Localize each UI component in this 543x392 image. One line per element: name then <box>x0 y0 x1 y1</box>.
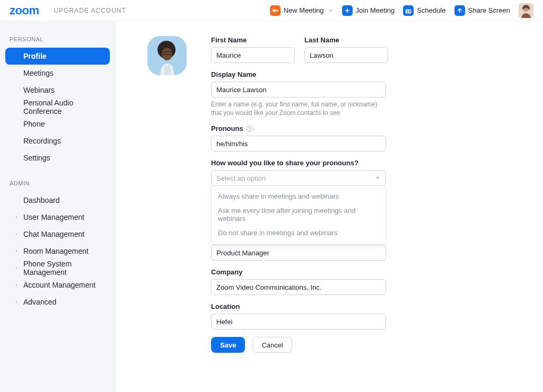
dropdown-option[interactable]: Always share in meetings and webinars <box>212 189 386 203</box>
new-meeting-label: New Meeting <box>284 6 324 14</box>
share-screen-label: Share Screen <box>468 6 511 14</box>
sidebar-item-label: Phone System Management <box>23 260 101 277</box>
first-name-label: First Name <box>211 36 295 44</box>
new-meeting-button[interactable]: New Meeting <box>270 5 334 16</box>
sidebar-item-label: Room Management <box>23 247 89 255</box>
sidebar-item-label: Meetings <box>23 69 54 77</box>
display-name-label: Display Name <box>211 70 508 78</box>
share-icon <box>454 5 465 16</box>
sidebar-item-user-management[interactable]: User Management <box>5 209 110 226</box>
avatar[interactable] <box>519 3 533 18</box>
pronouns-input[interactable] <box>211 136 386 152</box>
sidebar-header-admin: ADMIN <box>0 175 115 192</box>
first-name-input[interactable] <box>211 47 295 63</box>
sidebar-header-personal: PERSONAL <box>0 31 115 48</box>
chevron-right-icon <box>14 231 19 237</box>
dropdown-option[interactable]: Ask me every time after joining meetings… <box>212 203 386 226</box>
display-name-input[interactable] <box>211 82 386 97</box>
sidebar-item-phone[interactable]: Phone <box>5 115 110 132</box>
sidebar: PERSONAL Profile Meetings Webinars Perso… <box>0 21 116 392</box>
svg-rect-0 <box>273 9 276 12</box>
chevron-right-icon <box>14 265 19 271</box>
join-meeting-button[interactable]: Join Meeting <box>342 5 395 16</box>
save-button[interactable]: Save <box>211 337 245 353</box>
video-icon <box>270 5 281 16</box>
calendar-day: 19 <box>403 9 414 14</box>
sidebar-item-label: Recordings <box>23 137 61 145</box>
chevron-down-icon <box>328 8 334 13</box>
display-name-hint: Enter a name (e.g. your first name, full… <box>211 100 381 117</box>
upgrade-account-link[interactable]: UPGRADE ACCOUNT <box>54 7 126 14</box>
sidebar-item-label: Personal Audio Conference <box>23 99 101 115</box>
chevron-down-icon <box>375 174 381 182</box>
sidebar-item-advanced[interactable]: Advanced <box>5 293 110 310</box>
pronouns-label: Pronouns <box>211 124 243 132</box>
chevron-right-icon <box>14 282 19 288</box>
sidebar-item-phone-system-management[interactable]: Phone System Management <box>5 260 110 277</box>
sidebar-item-label: Profile <box>23 52 47 60</box>
job-title-input[interactable] <box>211 245 386 261</box>
share-pronouns-placeholder: Select an option <box>216 174 266 182</box>
chevron-right-icon <box>14 215 19 220</box>
share-pronouns-select[interactable]: Select an option <box>211 170 386 186</box>
cancel-button[interactable]: Cancel <box>252 337 292 353</box>
main-content: First Name Last Name Display Name Enter … <box>116 21 543 392</box>
profile-avatar[interactable] <box>147 36 187 75</box>
schedule-label: Schedule <box>417 6 445 14</box>
help-icon[interactable]: ? <box>247 125 253 132</box>
sidebar-item-recordings[interactable]: Recordings <box>5 132 110 149</box>
sidebar-item-label: Phone <box>23 120 45 128</box>
sidebar-item-webinars[interactable]: Webinars <box>5 82 110 99</box>
calendar-icon: 19 <box>403 5 414 16</box>
sidebar-item-account-management[interactable]: Account Management <box>5 277 110 293</box>
company-label: Company <box>211 268 508 276</box>
sidebar-item-personal-audio[interactable]: Personal Audio Conference <box>5 99 110 115</box>
last-name-input[interactable] <box>304 47 388 63</box>
sidebar-item-room-management[interactable]: Room Management <box>5 243 110 260</box>
schedule-button[interactable]: 19 Schedule <box>403 5 445 16</box>
sidebar-item-label: Account Management <box>23 281 95 289</box>
chevron-right-icon <box>14 248 19 254</box>
chevron-right-icon <box>14 299 19 305</box>
last-name-label: Last Name <box>304 36 388 44</box>
topbar: zoom UPGRADE ACCOUNT New Meeting Join Me… <box>0 0 543 21</box>
sidebar-item-profile[interactable]: Profile <box>5 48 110 65</box>
sidebar-item-label: Dashboard <box>23 196 60 204</box>
share-pronouns-dropdown: Always share in meetings and webinars As… <box>211 186 386 245</box>
share-pronouns-label: How would you like to share your pronoun… <box>211 159 508 167</box>
sidebar-item-label: Webinars <box>23 86 55 94</box>
sidebar-item-dashboard[interactable]: Dashboard <box>5 192 110 209</box>
sidebar-item-label: Settings <box>23 154 50 162</box>
sidebar-item-settings[interactable]: Settings <box>5 149 110 166</box>
sidebar-item-label: User Management <box>23 213 84 221</box>
join-meeting-label: Join Meeting <box>356 6 395 14</box>
dropdown-option[interactable]: Do not share in meetings and webinars <box>212 226 386 240</box>
plus-icon <box>342 5 353 16</box>
location-input[interactable] <box>211 314 386 329</box>
sidebar-item-chat-management[interactable]: Chat Management <box>5 226 110 243</box>
location-label: Location <box>211 302 508 310</box>
sidebar-item-label: Advanced <box>23 298 56 306</box>
sidebar-item-meetings[interactable]: Meetings <box>5 65 110 82</box>
company-input[interactable] <box>211 279 386 295</box>
sidebar-item-label: Chat Management <box>23 230 84 238</box>
share-screen-button[interactable]: Share Screen <box>454 5 511 16</box>
logo: zoom <box>10 4 39 17</box>
